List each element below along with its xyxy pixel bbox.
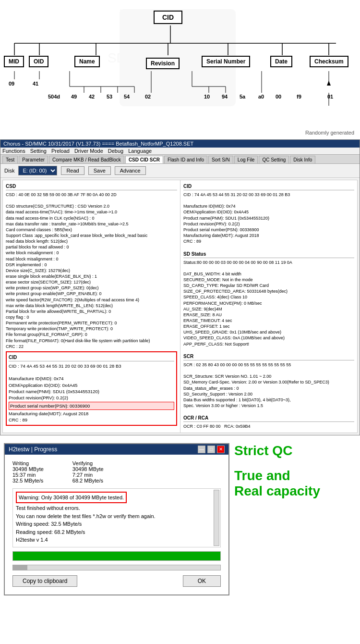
h2-verifying-col: Verifying 30498 MByte 7:27 min 68.2 MByt…	[72, 460, 104, 483]
h2-scrollbar-thumb	[13, 565, 27, 570]
h2-stats: Writing 30498 MByte 15:37 min 32.5 MByte…	[12, 460, 221, 483]
h2-writing-col: Writing 30498 MByte 15:37 min 32.5 MByte…	[12, 460, 44, 483]
chorus-content: CSD CSD : 40 0E 00 32 5B 59 00 00 3B AF …	[2, 180, 358, 433]
cid-highlight-title: CID	[9, 354, 174, 361]
h2-titlebar: H2testw | Progress — □ ✕	[5, 444, 228, 455]
val-54: 54	[124, 94, 130, 99]
svg-marker-1	[120, 10, 149, 38]
oid-node: OID	[29, 56, 48, 67]
ocr-content: OCR : C0 FF 80 00 RCA: 0x59B4	[183, 423, 354, 430]
val-00: 00	[276, 94, 281, 99]
menu-drivermode[interactable]: Driver Mode	[74, 148, 103, 154]
menu-setting[interactable]: Setting	[30, 148, 47, 154]
checksum-node: Checksum	[310, 56, 348, 67]
progress-bar-fill	[13, 552, 220, 560]
minimize-button[interactable]: —	[198, 446, 205, 453]
warning-text: Warning: Only 30498 of 30499 MByte teste…	[19, 495, 124, 500]
diagram-section: SD MEMORY OEM / ODM	[0, 0, 360, 139]
tab-flash-id[interactable]: Flash ID and Info	[164, 156, 207, 163]
verifying-size: 30498 MByte	[72, 466, 104, 472]
val-42: 42	[89, 94, 95, 99]
cid-crc: CRC : 89	[9, 417, 174, 423]
tab-test[interactable]: Test	[2, 156, 18, 163]
svg-marker-28	[327, 81, 331, 86]
cid-pnm: Product name(PNM): SDU1 (0x5344553120)	[9, 388, 174, 395]
val-5a: 5a	[240, 94, 245, 99]
h2-body: Writing 30498 MByte 15:37 min 32.5 MByte…	[5, 455, 228, 594]
writing-time: 15:37 min	[12, 472, 44, 478]
tab-qc-setting[interactable]: QC Setting	[259, 156, 289, 163]
tab-compare[interactable]: Compare MKB / Read BadBlock	[49, 156, 124, 163]
cid-highlight-cid: CID : 74 4A 45 53 44 55 31 20 02 00 33 6…	[9, 363, 174, 369]
progress-bar-container	[12, 551, 221, 561]
tab-parameter[interactable]: Parameter	[19, 156, 48, 163]
tab-disk-info[interactable]: Disk Info	[290, 156, 315, 163]
cid-prv: Product revision(PRV): 0.2(2)	[9, 395, 174, 401]
val-504d: 504d	[48, 94, 60, 99]
val-53: 53	[107, 94, 112, 99]
chorus-title-text: Chorus - SD/MMC 10/31/2017 (V1.37.73) ==…	[3, 141, 193, 147]
h2-warn-highlight-text: Warning: Only 30498 of 30499 MByte teste…	[16, 492, 217, 504]
menu-language[interactable]: Language	[128, 148, 152, 154]
name-node: Name	[74, 56, 100, 67]
chorus-tabs: Test Parameter Compare MKB / Read BadBlo…	[0, 155, 360, 164]
strict-qc-text: Strict QC	[234, 443, 356, 458]
val-94: 94	[222, 94, 228, 99]
menu-preload[interactable]: Preload	[51, 148, 70, 154]
verifying-label: Verifying	[72, 460, 104, 466]
ocr-title: OCR / RCA	[183, 415, 354, 422]
close-button[interactable]: ✕	[217, 446, 225, 453]
menu-functions[interactable]: Functions	[2, 148, 25, 154]
advance-button[interactable]: Advance	[115, 166, 146, 175]
revision-node: Revision	[146, 58, 180, 69]
val-49: 49	[71, 94, 77, 99]
maximize-button[interactable]: □	[207, 446, 215, 453]
read-button[interactable]: Read	[61, 166, 84, 175]
h2-warning-box: Warning: Only 30498 of 30499 MByte teste…	[12, 488, 221, 547]
chorus-right-panel: CID CID : 74 4A 45 53 44 55 31 20 02 00 …	[180, 180, 357, 433]
info-line4: H2testw v 1.4	[16, 536, 217, 544]
sd-status-content: Status:80 00 00 00 03 00 00 00 04 00 90 …	[183, 260, 354, 347]
disk-select[interactable]: E: (ID: 00)	[18, 166, 57, 175]
val-01: 01	[327, 94, 333, 99]
chorus-window: Chorus - SD/MMC 10/31/2017 (V1.37.73) ==…	[0, 139, 360, 435]
cid-highlight-box: CID CID : 74 4A 45 53 44 55 31 20 02 00 …	[6, 351, 177, 426]
val-f9: f9	[297, 94, 301, 99]
bottom-section: H2testw | Progress — □ ✕ Writing 30498 M…	[0, 435, 360, 599]
val-09: 09	[9, 81, 14, 87]
writing-label: Writing	[12, 460, 44, 466]
cid-oid: OEM/Application ID(OID): 0x4A45	[9, 382, 174, 388]
h2-scrollbar-v[interactable]	[214, 490, 219, 546]
menu-debug[interactable]: Debug	[108, 148, 123, 154]
cid-mid: Manufacture ID(MID): 0x74	[9, 375, 174, 382]
tab-sort-sn[interactable]: Sort S/N	[208, 156, 233, 163]
verifying-time: 7:27 min	[72, 472, 104, 478]
qc-text-area: Strict QC True andReal capacity	[230, 435, 360, 599]
serial-node: Serial Number	[202, 56, 250, 67]
cid-psn-highlight: Product serial number(PSN): 00336900	[9, 402, 174, 410]
test-result: Test finished without errors.	[16, 504, 217, 512]
scr-content: SCR : 02 35 80 43 00 00 00 00 55 55 55 5…	[183, 362, 354, 409]
tab-csd-cid-scr[interactable]: CSD CID SCR	[125, 156, 163, 163]
tab-log-file[interactable]: Log File	[234, 156, 258, 163]
val-a0: a0	[258, 94, 264, 99]
ok-button[interactable]: OK	[183, 575, 221, 587]
h2-scrollbar-h[interactable]	[12, 565, 221, 570]
copy-clipboard-button[interactable]: Copy to clipboard	[12, 575, 77, 587]
csd-content: CSD : 40 0E 00 32 5B 59 00 00 3B AF 7F 8…	[6, 192, 177, 349]
cid-mdt: Manufacturing date(MDT): August 2018	[9, 410, 174, 417]
writing-size: 30498 MByte	[12, 466, 44, 472]
val-02: 02	[145, 94, 151, 99]
h2testw-window: H2testw | Progress — □ ✕ Writing 30498 M…	[4, 443, 229, 595]
scr-title: SCR	[183, 353, 354, 360]
info-line2: Writing speed: 32.5 MByte/s	[16, 520, 217, 528]
save-button[interactable]: Save	[88, 166, 111, 175]
chorus-toolbar: Disk E: (ID: 00) Read Save Advance	[0, 164, 360, 178]
chorus-titlebar: Chorus - SD/MMC 10/31/2017 (V1.37.73) ==…	[0, 140, 360, 148]
mid-node: MID	[4, 56, 24, 67]
true-real-text: True andReal capacity	[234, 468, 356, 499]
val-41: 41	[33, 81, 38, 87]
cid-right-title: CID	[183, 183, 354, 190]
h2-area: H2testw | Progress — □ ✕ Writing 30498 M…	[0, 435, 230, 599]
h2-controls: — □ ✕	[198, 446, 225, 453]
